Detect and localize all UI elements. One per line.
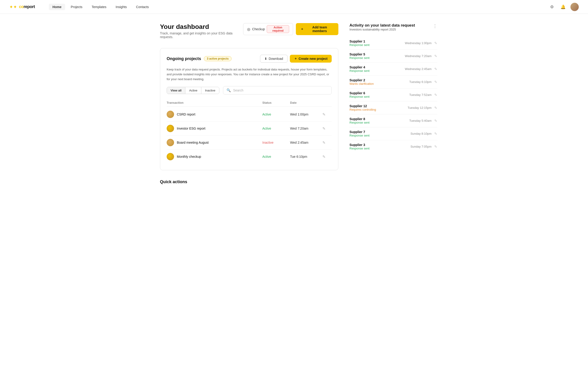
activity-edit-icon[interactable]: ✎ [434, 145, 437, 149]
row-name: Board meeting August [167, 139, 262, 146]
row-date: Tue 6:10pm [290, 155, 322, 159]
activity-time: Sunday 8:10pm [411, 132, 432, 135]
activity-info: Supplier 7 Response sent [350, 130, 411, 137]
col-transaction: Transaction [167, 101, 262, 104]
activity-info: Supplier 1 Response sent [350, 40, 405, 47]
activity-row: Supplier 12 Requires controlling Tuesday… [350, 101, 437, 114]
activity-row: Supplier 3 Response sent Sunday 7:05pm ✎ [350, 140, 437, 153]
filter-search-row: View all Active Inactive 🔍 [167, 86, 332, 95]
activity-card: Activity on your latest data request Inv… [350, 23, 437, 153]
row-avatar [167, 111, 174, 118]
search-input[interactable] [233, 88, 328, 92]
activity-row: Supplier 6 Response sent Tuesday 7:52am … [350, 88, 437, 101]
activity-supplier: Supplier 2 [350, 78, 409, 82]
main-content: Your dashboard Track, manage, and get in… [142, 14, 446, 197]
filter-inactive[interactable]: Inactive [201, 87, 219, 94]
edit-icon[interactable]: ✎ [322, 141, 332, 145]
activity-supplier: Supplier 7 [350, 130, 411, 134]
row-date: Wed 7:20am [290, 127, 322, 130]
gear-icon[interactable]: ⚙ [548, 3, 556, 11]
activity-edit-icon[interactable]: ✎ [434, 41, 437, 45]
activity-row: Supplier 1 Response sent Wednesday 1:00p… [350, 37, 437, 50]
activity-supplier: Supplier 6 [350, 91, 409, 95]
row-avatar [167, 125, 174, 132]
navbar: ✦✦ coreport Home Projects Templates Insi… [0, 0, 588, 14]
add-team-button[interactable]: ＋ Add team members [296, 23, 338, 35]
card-title: Ongoing projects [167, 56, 201, 61]
checkup-label: Checkup [252, 27, 265, 31]
activity-row: Supplier 2 Wants clarification Tuesday 6… [350, 76, 437, 88]
add-team-label: Add team members [306, 25, 334, 33]
logo[interactable]: ✦✦ coreport [9, 4, 35, 10]
table-header: Transaction Status Date [167, 99, 332, 106]
activity-time: Tuesday 6:10pm [409, 80, 432, 84]
filter-active[interactable]: Active [185, 87, 201, 94]
card-actions: ⬇ Download ＋ Create new project [260, 55, 332, 63]
activity-edit-icon[interactable]: ✎ [434, 119, 437, 123]
nav-right: ⚙ 🔔 [548, 3, 579, 11]
activity-edit-icon[interactable]: ✎ [434, 93, 437, 97]
row-status: Active [262, 127, 290, 130]
edit-icon[interactable]: ✎ [322, 155, 332, 159]
row-status: Inactive [262, 141, 290, 144]
project-table: CSRD report Active Wed 1:00pm ✎ Investor… [167, 107, 332, 163]
activity-status: Response sent [350, 43, 405, 47]
filter-tabs: View all Active Inactive [167, 87, 219, 94]
activity-title: Activity on your latest data request [350, 23, 415, 28]
card-header: Ongoing projects 3 active projects ⬇ Dow… [167, 55, 332, 63]
activity-time: Tuesday 12:15pm [407, 106, 432, 109]
nav-insights[interactable]: Insights [112, 4, 130, 10]
activity-supplier: Supplier 3 [350, 143, 411, 147]
avatar[interactable] [570, 3, 579, 11]
row-status: Active [262, 113, 290, 116]
activity-supplier: Supplier 4 [350, 65, 405, 69]
activity-supplier: Supplier 8 [350, 117, 409, 121]
activity-edit-icon[interactable]: ✎ [434, 67, 437, 71]
row-avatar [167, 139, 174, 146]
logo-icon: ✦✦ [9, 4, 17, 10]
activity-info: Supplier 6 Response sent [350, 91, 409, 99]
activity-supplier: Supplier 1 [350, 40, 405, 43]
activity-time: Tuesday 7:52am [409, 93, 432, 97]
page-header-top: Your dashboard Track, manage, and get in… [160, 23, 338, 39]
edit-icon[interactable]: ✎ [322, 112, 332, 117]
activity-edit-icon[interactable]: ✎ [434, 106, 437, 110]
row-label: Monthly checkup [177, 155, 201, 159]
quick-actions-title: Quick actions [160, 180, 338, 184]
activity-time: Wednesday 2:45am [405, 67, 432, 71]
page-header: Your dashboard Track, manage, and get in… [160, 23, 338, 39]
row-label: Board meeting August [177, 141, 209, 144]
activity-edit-icon[interactable]: ✎ [434, 132, 437, 136]
row-name: Monthly checkup [167, 153, 262, 160]
row-avatar [167, 153, 174, 160]
filter-view-all[interactable]: View all [167, 87, 185, 94]
nav-contacts[interactable]: Contacts [132, 4, 152, 10]
create-plus-icon: ＋ [294, 57, 297, 61]
activity-status: Response sent [350, 56, 405, 60]
card-title-row: Ongoing projects 3 active projects [167, 56, 231, 61]
plus-icon: ＋ [300, 27, 304, 31]
download-icon: ⬇ [264, 57, 267, 60]
nav-templates[interactable]: Templates [88, 4, 110, 10]
nav-home[interactable]: Home [49, 4, 65, 10]
activity-row: Supplier 5 Response sent Wednesday 7:20a… [350, 50, 437, 63]
bell-icon[interactable]: 🔔 [559, 3, 567, 11]
left-column: Your dashboard Track, manage, and get in… [160, 23, 350, 188]
activity-edit-icon[interactable]: ✎ [434, 54, 437, 58]
nav-projects[interactable]: Projects [67, 4, 86, 10]
activity-info: Supplier 8 Response sent [350, 117, 409, 124]
ongoing-projects-card: Ongoing projects 3 active projects ⬇ Dow… [160, 48, 338, 170]
activity-edit-icon[interactable]: ✎ [434, 80, 437, 84]
download-button[interactable]: ⬇ Download [260, 55, 287, 63]
edit-icon[interactable]: ✎ [322, 126, 332, 131]
activity-subtitle: Investors sustainability report 2025 [350, 28, 415, 31]
table-row: Investor ESG report Active Wed 7:20am ✎ [167, 121, 332, 136]
active-projects-badge: 3 active projects [204, 56, 231, 61]
page-subtitle: Track, manage, and get insights on your … [160, 31, 243, 39]
more-options-icon[interactable]: ⋮ [433, 23, 437, 29]
search-box: 🔍 [223, 86, 332, 95]
checkup-button[interactable]: ◎ Checkup Action required [243, 23, 293, 35]
col-status: Status [262, 101, 290, 104]
activity-title-group: Activity on your latest data request Inv… [350, 23, 415, 36]
create-project-button[interactable]: ＋ Create new project [290, 55, 332, 63]
